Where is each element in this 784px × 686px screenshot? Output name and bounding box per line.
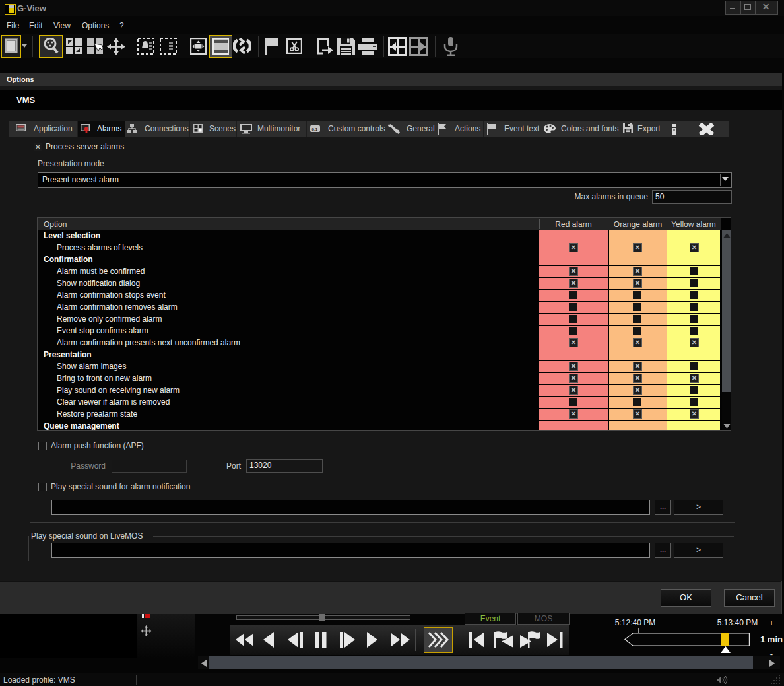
svg-text:0:1: 0:1 [311, 127, 317, 131]
